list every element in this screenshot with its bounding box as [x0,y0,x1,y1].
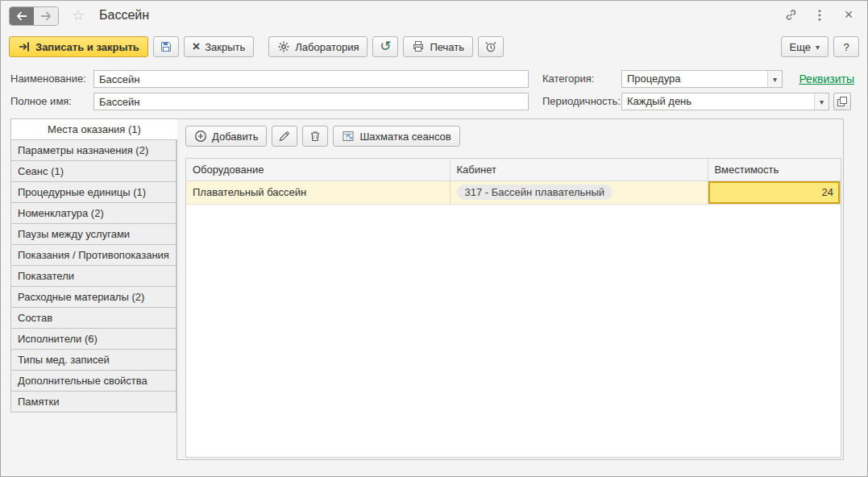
favorite-star-icon[interactable]: ☆ [72,6,85,24]
periodicity-open-button[interactable] [833,93,851,110]
equipment-table: Оборудование Кабинет Вместимость Плавате… [185,158,841,458]
table-row[interactable]: Плавательный бассейн 317 - Бассейн плава… [186,180,841,204]
copy-link-icon[interactable] [783,7,798,22]
help-button[interactable]: ? [833,36,859,57]
name-label: Наименование: [10,70,86,88]
history-button[interactable]: ↺ [372,36,398,57]
trash-icon [309,130,322,143]
close-x-icon: × [193,41,200,52]
titlebar: ☆ Бассейн ⋮ × [1,1,867,31]
sessions-grid-button[interactable]: Шахматка сеансов [333,126,459,147]
forward-button[interactable] [34,7,58,25]
tab-nomenclature[interactable]: Номенклатура (2) [10,202,177,224]
room-tag: 317 - Бассейн плавательный [457,185,613,200]
open-form-icon [837,96,848,107]
col-header-equipment[interactable]: Оборудование [186,159,450,180]
print-label: Печать [430,41,464,53]
chevron-down-icon[interactable]: ▾ [814,93,829,110]
full-name-input[interactable] [93,93,529,110]
window-close-icon[interactable]: × [841,7,856,22]
history-icon: ↺ [380,40,391,53]
edit-button[interactable] [272,126,297,147]
arrow-right-icon [40,11,52,21]
tab-performers[interactable]: Исполнители (6) [10,328,177,350]
add-label: Добавить [212,131,258,143]
sessions-grid-label: Шахматка сеансов [359,131,451,143]
close-label: Закрыть [205,41,245,53]
capacity-cell[interactable]: 24 [708,180,841,204]
requisites-link[interactable]: Реквизиты [799,70,854,88]
tab-consumables[interactable]: Расходные материалы (2) [10,286,177,308]
tab-session[interactable]: Сеанс (1) [10,160,177,182]
app-window: ☆ Бассейн ⋮ × Записать и закрыть × Закры… [0,0,868,477]
save-button[interactable] [153,36,179,57]
save-and-close-label: Записать и закрыть [35,41,139,53]
calendar-grid-icon [342,130,355,143]
help-label: ? [843,41,849,53]
form-header: Наименование: Категория: Процедура ▾ Рек… [1,64,867,118]
category-label: Категория: [542,70,594,88]
pencil-icon [278,130,291,143]
tab-indicators[interactable]: Показатели [10,265,177,287]
category-value: Процедура [622,71,767,87]
periodicity-select[interactable]: Каждый день ▾ [621,93,829,110]
laboratory-label: Лаборатория [295,41,359,53]
table-header-row: Оборудование Кабинет Вместимость [186,159,841,180]
tab-memos[interactable]: Памятки [10,391,177,413]
tab-assignment-params[interactable]: Параметры назначения (2) [10,139,177,161]
tab-composition[interactable]: Состав [10,307,177,329]
col-header-capacity[interactable]: Вместимость [708,159,841,180]
name-input[interactable] [93,70,529,88]
table-toolbar: Добавить Шахматка сеансов [185,126,460,147]
chevron-down-icon[interactable]: ▾ [767,71,782,87]
periodicity-label: Периодичность: [542,93,621,110]
nav-group [9,6,59,26]
reminder-button[interactable] [478,36,504,57]
add-circle-icon [194,130,207,143]
places-panel: Добавить Шахматка сеансов [177,118,844,460]
tab-med-record-types[interactable]: Типы мед. записей [10,349,177,371]
category-select[interactable]: Процедура ▾ [621,70,783,88]
gear-icon [277,40,290,53]
save-close-icon [18,40,31,53]
laboratory-button[interactable]: Лаборатория [268,36,368,57]
full-name-label: Полное имя: [10,93,72,110]
window-title: Бассейн [99,8,149,23]
arrow-left-icon [16,11,27,21]
titlebar-right-controls: ⋮ × [783,7,856,22]
equipment-cell[interactable]: Плавательный бассейн [186,180,450,204]
tab-pauses[interactable]: Паузы между услугами [10,223,177,245]
print-button[interactable]: Печать [403,36,473,57]
alarm-clock-icon [484,40,497,53]
command-bar: Записать и закрыть × Закрыть Лаборатория… [1,33,867,60]
kebab-menu-icon[interactable]: ⋮ [812,7,827,22]
tab-additional-properties[interactable]: Дополнительные свойства [10,370,177,392]
add-button[interactable]: Добавить [185,126,267,147]
section-tabs: Места оказания (1) Параметры назначения … [10,118,177,413]
periodicity-value: Каждый день [622,93,814,110]
floppy-icon [160,40,172,53]
back-button[interactable] [10,7,34,25]
delete-button[interactable] [302,126,328,147]
tab-places[interactable]: Места оказания (1) [10,118,177,140]
close-button[interactable]: × Закрыть [184,36,254,57]
more-label: Еще [790,41,811,53]
room-cell[interactable]: 317 - Бассейн плавательный [450,180,708,204]
chevron-down-icon: ▾ [816,43,820,52]
tab-indications[interactable]: Показания / Противопоказания [10,244,177,266]
col-header-room[interactable]: Кабинет [450,159,708,180]
printer-icon [412,40,425,53]
tab-procedure-units[interactable]: Процедурные единицы (1) [10,181,177,203]
more-button[interactable]: Еще ▾ [781,36,829,57]
save-and-close-button[interactable]: Записать и закрыть [9,36,148,57]
